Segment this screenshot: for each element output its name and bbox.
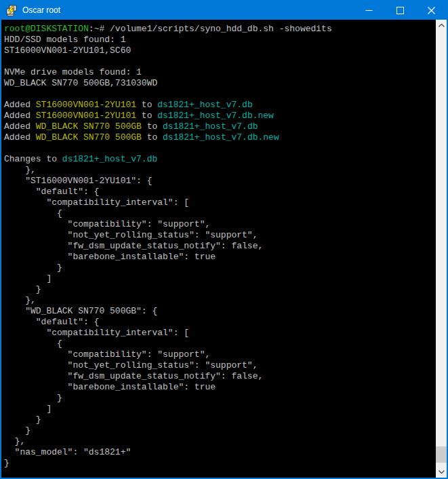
terminal-line: "compatibility_interval": [ <box>4 197 436 208</box>
terminal-line: root@DISKSTATION:~# /volume1/scripts/syn… <box>4 24 436 35</box>
scroll-down-button[interactable] <box>436 466 447 478</box>
terminal-line: "fw_dsm_update_status_notify": false, <box>4 241 436 252</box>
terminal-line: "compatibility_interval": [ <box>4 328 436 339</box>
terminal-output[interactable]: root@DISKSTATION:~# /volume1/scripts/syn… <box>1 20 436 478</box>
terminal-text-segment: to <box>136 100 157 110</box>
terminal-text-segment: Changes to <box>4 154 62 164</box>
terminal-text-segment: "compatibility_interval": [ <box>4 328 189 338</box>
terminal-line: } <box>4 393 436 404</box>
terminal-line: ST16000VN001-2YU101,SC60 <box>4 45 436 56</box>
terminal-line: "compatibility": "support", <box>4 219 436 230</box>
putty-app-icon <box>5 5 18 17</box>
scrollbar[interactable] <box>436 20 447 478</box>
terminal-text-segment: } <box>4 458 9 468</box>
terminal-line: "not_yet_rolling_status": "support", <box>4 230 436 241</box>
terminal-text-segment: "nas_model": "ds1821+" <box>4 447 131 457</box>
terminal-text-segment: ds1821+_host_v7.db <box>62 154 157 164</box>
maximize-button[interactable] <box>384 1 415 20</box>
terminal-text-segment: "ST16000VN001-2YU101": { <box>4 176 152 186</box>
scrollbar-track[interactable] <box>436 31 447 466</box>
terminal-line: "nas_model": "ds1821+" <box>4 447 436 458</box>
terminal-text-segment: "default": { <box>4 187 99 197</box>
terminal-text-segment: ds1821+_host_v7.db.new <box>157 111 274 121</box>
terminal-text-segment: "not_yet_rolling_status": "support", <box>4 230 258 240</box>
terminal-text-segment: Added <box>4 111 36 121</box>
terminal-text-segment: }, <box>4 436 25 446</box>
minimize-icon <box>365 7 373 14</box>
terminal-line: ] <box>4 273 436 284</box>
terminal-text-segment: "fw_dsm_update_status_notify": false, <box>4 241 263 251</box>
terminal-text-segment: WD_BLACK SN770 500GB <box>36 121 142 132</box>
window-title: Oscar root <box>22 1 60 20</box>
terminal-line <box>4 143 436 154</box>
terminal-text-segment: to <box>142 132 163 142</box>
terminal-line <box>4 89 436 100</box>
terminal-line: HDD/SSD models found: 1 <box>4 35 436 45</box>
terminal-line: }, <box>4 436 436 447</box>
terminal-text-segment: }, <box>4 295 36 305</box>
scrollbar-thumb[interactable] <box>436 446 447 463</box>
terminal-text-segment: ST16000VN001-2YU101,SC60 <box>4 45 131 56</box>
terminal-line: { <box>4 339 436 349</box>
putty-window: Oscar root root@DISKSTATION:~# /volume1 <box>0 0 448 479</box>
terminal-line: { <box>4 208 436 219</box>
terminal-line: Added WD_BLACK SN770 500GB to ds1821+_ho… <box>4 121 436 132</box>
chevron-down-icon <box>439 470 445 474</box>
chevron-up-icon <box>439 24 445 27</box>
minimize-button[interactable] <box>353 1 384 20</box>
terminal-text-segment: } <box>4 393 62 403</box>
close-icon <box>428 7 435 14</box>
terminal-line: "ST16000VN001-2YU101": { <box>4 176 436 187</box>
terminal-text-segment: ] <box>4 404 52 414</box>
terminal-text-segment: ds1821+_host_v7.db <box>163 121 258 132</box>
terminal-text-segment: Added <box>4 100 36 110</box>
terminal-text-segment: ST16000VN001-2YU101 <box>36 100 136 110</box>
terminal-line: "compatibility": "support", <box>4 349 436 360</box>
terminal-text-segment: WD_BLACK SN770 500GB,731030WD <box>4 78 157 88</box>
terminal-line: "not_yet_rolling_status": "support", <box>4 360 436 371</box>
terminal-text-segment: "not_yet_rolling_status": "support", <box>4 360 258 370</box>
terminal-text-segment: ds1821+_host_v7.db.new <box>163 132 279 142</box>
titlebar[interactable]: Oscar root <box>1 1 447 20</box>
close-button[interactable] <box>415 1 447 20</box>
terminal-line <box>4 56 436 67</box>
terminal-text-segment: } <box>4 425 30 436</box>
terminal-line: "WD_BLACK SN770 500GB": { <box>4 306 436 317</box>
terminal-line: Added WD_BLACK SN770 500GB to ds1821+_ho… <box>4 132 436 143</box>
terminal-line: }, <box>4 165 436 176</box>
terminal-text-segment: HDD/SSD models found: 1 <box>4 35 125 45</box>
terminal-text-segment: to <box>136 111 157 121</box>
window-controls <box>353 1 447 20</box>
terminal-line: "default": { <box>4 317 436 328</box>
terminal-line: "default": { <box>4 187 436 197</box>
terminal-line: } <box>4 425 436 436</box>
terminal-text-segment: { <box>4 208 62 218</box>
terminal-text-segment: "default": { <box>4 317 99 327</box>
terminal-line: NVMe drive models found: 1 <box>4 67 436 78</box>
terminal-line: ] <box>4 404 436 415</box>
terminal-text-segment: NVMe drive models found: 1 <box>4 67 142 77</box>
terminal-line: } <box>4 458 436 469</box>
terminal-text-segment: WD_BLACK SN770 500GB <box>36 132 142 142</box>
terminal-line: Changes to ds1821+_host_v7.db <box>4 154 436 165</box>
terminal-text-segment: "WD_BLACK SN770 500GB": { <box>4 306 157 316</box>
terminal-text-segment: } <box>4 263 62 273</box>
terminal-text-segment: :~# /volume1/scripts/syno_hdd_db.sh -sho… <box>89 24 332 34</box>
terminal-line: }, <box>4 295 436 306</box>
terminal-line: } <box>4 263 436 273</box>
terminal-text-segment: root@DISKSTATION <box>4 24 89 34</box>
terminal-text-segment: to <box>142 121 163 132</box>
terminal-text-segment: } <box>4 284 41 294</box>
terminal-text-segment: } <box>4 415 41 425</box>
terminal-text-segment: { <box>4 339 62 349</box>
terminal-text-segment: "compatibility": "support", <box>4 219 210 229</box>
scroll-up-button[interactable] <box>436 20 447 31</box>
terminal-line: WD_BLACK SN770 500GB,731030WD <box>4 78 436 89</box>
terminal-line: "barebone_installable": true <box>4 382 436 393</box>
terminal-text-segment: "compatibility_interval": [ <box>4 197 189 208</box>
terminal-text-segment: "fw_dsm_update_status_notify": false, <box>4 371 263 381</box>
terminal-text-segment: Added <box>4 132 36 142</box>
terminal-text-segment: "compatibility": "support", <box>4 349 210 360</box>
window-body: root@DISKSTATION:~# /volume1/scripts/syn… <box>1 20 447 478</box>
terminal-line: "fw_dsm_update_status_notify": false, <box>4 371 436 382</box>
